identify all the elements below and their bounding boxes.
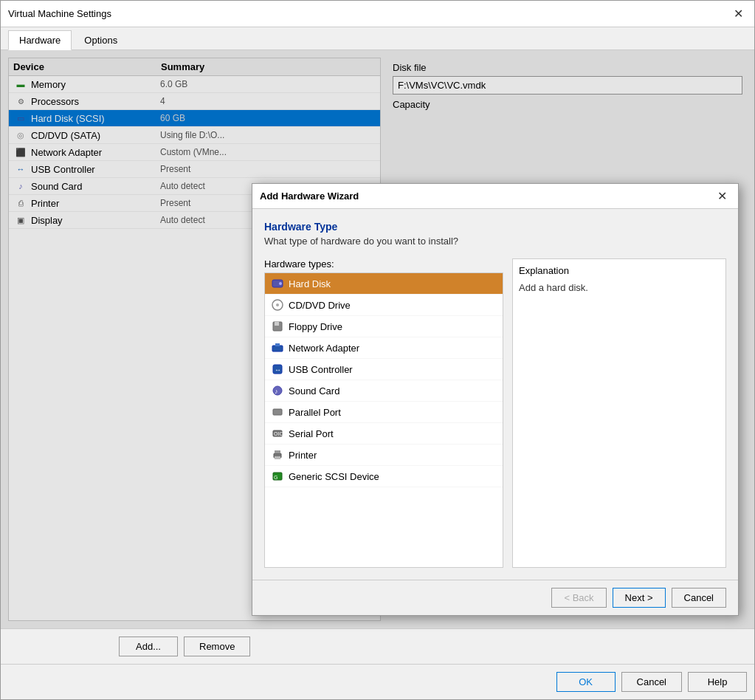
hw-item-floppy-drive[interactable]: Floppy Drive [265,316,503,337]
dialog-header: Hardware Type What type of hardware do y… [264,221,726,247]
hw-item-serial-port[interactable]: OIC Serial Port [265,423,503,445]
svg-rect-12 [273,409,282,415]
ok-button[interactable]: OK [556,672,616,692]
hw-item-name-scsi: Generic SCSI Device [289,471,379,482]
dialog-title-bar: Add Hardware Wizard ✕ [252,184,738,209]
hw-item-name-hard-disk: Hard Disk [289,278,331,289]
dialog-title: Add Hardware Wizard [260,191,359,202]
svg-text:G: G [274,475,277,480]
network-hw-icon [271,341,284,354]
tab-hardware[interactable]: Hardware [8,30,72,50]
remove-button[interactable]: Remove [184,636,250,656]
hw-list-label: Hardware types: [264,258,503,270]
hw-item-name-sound: Sound Card [289,385,339,397]
dialog-header-subtitle: What type of hardware do you want to ins… [264,236,726,247]
hw-item-generic-scsi[interactable]: G Generic SCSI Device [265,466,503,487]
serial-hw-icon: OIC [271,427,284,440]
tab-options[interactable]: Options [73,30,128,49]
dialog-footer: < Back Next > Cancel [252,580,738,615]
cancel-button[interactable]: Cancel [672,588,726,608]
hw-item-name-cd-dvd: CD/DVD Drive [289,300,351,311]
dialog-close-button[interactable]: ✕ [713,188,731,205]
explanation-label: Explanation [519,265,720,276]
parallel-hw-icon [271,405,284,419]
hw-item-hard-disk[interactable]: Hard Disk [265,273,503,295]
hw-item-name-network: Network Adapter [289,343,359,354]
hw-item-name-usb: USB Controller [289,364,353,375]
hw-item-name-serial: Serial Port [289,428,334,439]
svg-rect-5 [275,322,279,326]
floppy-hw-icon [271,320,284,333]
hw-item-network-adapter[interactable]: Network Adapter [265,337,503,359]
printer-hw-icon [271,448,284,461]
hw-item-name-floppy: Floppy Drive [289,321,342,332]
hw-list-container: Hard Disk CD/DVD Drive [264,272,503,568]
svg-text:↔: ↔ [275,366,281,374]
dialog-header-title: Hardware Type [264,221,726,233]
main-footer: OK Cancel Help [1,664,754,699]
svg-point-1 [279,282,282,285]
hard-disk-hw-icon [271,277,284,290]
hw-item-parallel-port[interactable]: Parallel Port [265,402,503,423]
usb-hw-icon: ↔ [271,363,284,376]
window-title: Virtual Machine Settings [8,8,111,19]
add-button[interactable]: Add... [119,636,178,656]
hw-list-section: Hardware types: Hard Disk [264,258,503,568]
main-content: Device Summary ▬ Memory 6.0 GB ⚙ Process… [1,50,754,628]
hw-item-usb-controller[interactable]: ↔ USB Controller [265,359,503,380]
hw-item-cd-dvd-drive[interactable]: CD/DVD Drive [265,295,503,316]
close-button[interactable]: ✕ [729,5,747,23]
scsi-hw-icon: G [271,470,284,483]
add-hardware-dialog: Add Hardware Wizard ✕ Hardware Type What… [252,183,739,616]
title-bar: Virtual Machine Settings ✕ [1,1,754,27]
next-button[interactable]: Next > [613,588,666,608]
svg-text:♪: ♪ [275,388,278,395]
bottom-button-bar: Add... Remove [1,628,754,664]
explanation-text: Add a hard disk. [519,282,720,293]
hw-item-sound-card[interactable]: ♪ Sound Card [265,380,503,402]
main-window: Virtual Machine Settings ✕ Hardware Opti… [0,0,755,700]
svg-rect-6 [272,346,283,351]
sound-hw-icon: ♪ [271,384,284,397]
svg-text:OIC: OIC [274,431,283,436]
dialog-body: Hardware types: Hard Disk [264,258,726,568]
back-button[interactable]: < Back [551,588,606,608]
svg-rect-7 [275,343,280,346]
hw-item-name-printer: Printer [289,450,317,461]
dialog-content: Hardware Type What type of hardware do y… [252,209,738,580]
svg-point-3 [276,303,279,306]
hw-item-printer[interactable]: Printer [265,445,503,466]
help-button[interactable]: Help [688,672,747,692]
dialog-overlay: Add Hardware Wizard ✕ Hardware Type What… [1,50,754,628]
cd-dvd-hw-icon [271,298,284,312]
svg-rect-17 [275,456,280,459]
tab-bar: Hardware Options [1,27,754,50]
hw-item-name-parallel: Parallel Port [289,407,341,418]
explanation-panel: Explanation Add a hard disk. [512,258,726,568]
svg-rect-16 [275,450,280,453]
cancel-main-button[interactable]: Cancel [621,672,682,692]
